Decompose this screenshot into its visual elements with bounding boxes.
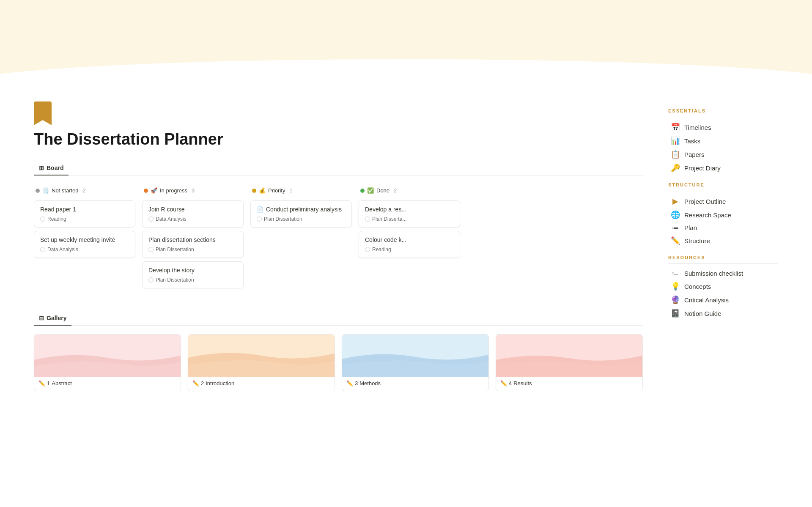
plan-diss-tag-4: Plan Disserta... <box>372 216 406 222</box>
tag-dot-plan-diss-3 <box>257 217 262 222</box>
critical-analysis-icon: 🔮 <box>671 295 680 304</box>
card-join-r-title: Join R course <box>148 206 237 213</box>
priority-label: Priority <box>268 187 285 194</box>
structure-icon: ✏️ <box>671 236 680 245</box>
status-dot-in-progress <box>144 189 148 193</box>
essentials-section-label: ESSENTIALS <box>668 108 778 113</box>
gallery-card-results-body: ✏️ 4 Results <box>496 377 642 391</box>
card-develop-story-tag: Plan Dissertation <box>148 277 237 283</box>
gallery-card-intro-label: ✏️ 2 Introduction <box>192 380 330 386</box>
critical-analysis-label: Critical Analysis <box>684 296 729 304</box>
sidebar-item-timelines[interactable]: 📅 Timelines <box>668 121 778 134</box>
header-wave <box>0 0 812 93</box>
card-colour-code[interactable]: Colour code k... Reading <box>359 231 460 258</box>
abstract-edit-icon: ✏️ <box>38 380 45 386</box>
sidebar-item-critical-analysis[interactable]: 🔮 Critical Analysis <box>668 293 778 307</box>
gallery-card-results-header <box>496 334 642 377</box>
sidebar-item-tasks[interactable]: 📊 Tasks <box>668 134 778 148</box>
sidebar-item-research-space[interactable]: 🌐 Research Space <box>668 208 778 222</box>
status-dot-done <box>360 189 365 193</box>
gallery-card-methods-body: ✏️ 3 Methods <box>342 377 488 391</box>
gallery-card-abstract-body: ✏️ 1 Abstract <box>34 377 181 391</box>
gallery-card-abstract[interactable]: ✏️ 1 Abstract <box>34 334 181 391</box>
card-develop-res-title: Develop a res... <box>365 206 454 213</box>
card-develop-res[interactable]: Develop a res... Plan Disserta... <box>359 200 460 227</box>
bookmark-icon <box>34 101 52 125</box>
column-done: ✅ Done 2 Develop a res... Plan Disserta.… <box>359 184 460 292</box>
card-weekly-meeting[interactable]: Set up weekly meeting invite Data Analys… <box>34 231 135 258</box>
methods-edit-icon: ✏️ <box>346 380 353 386</box>
plan-icon: ≔ <box>671 224 680 232</box>
tab-board[interactable]: ⊞ Board <box>34 161 69 175</box>
board-tab-icon: ⊞ <box>39 164 44 171</box>
priority-count: 1 <box>289 187 292 194</box>
card-conduct-tag: Plan Dissertation <box>257 216 346 222</box>
tag-dot-data-analysis-1 <box>40 247 45 252</box>
structure-section-label: STRUCTURE <box>668 182 778 187</box>
card-join-r[interactable]: Join R course Data Analysis <box>142 200 244 227</box>
tag-dot-plan-diss-4 <box>365 217 370 222</box>
gallery-section: ⊟ Gallery ✏️ <box>34 311 643 391</box>
research-space-label: Research Space <box>684 211 731 219</box>
card-colour-code-tag: Reading <box>365 247 454 252</box>
gallery-card-intro-header <box>188 334 335 377</box>
card-develop-res-tag: Plan Disserta... <box>365 216 454 222</box>
card-plan-diss-tag: Plan Dissertation <box>148 247 237 252</box>
card-weekly-meeting-title: Set up weekly meeting invite <box>40 236 129 243</box>
sidebar-item-notion-guide[interactable]: 📓 Notion Guide <box>668 307 778 320</box>
page-title: The Dissertation Planner <box>34 130 643 148</box>
column-header-not-started: 🗒️ Not started 2 <box>34 184 135 197</box>
tag-dot-data-analysis-2 <box>148 217 154 222</box>
not-started-label: Not started <box>52 187 79 194</box>
research-space-icon: 🌐 <box>671 210 680 219</box>
card-conduct-title: 📄 Conduct preliminary analysis <box>257 206 346 213</box>
tag-dot-plan-diss-2 <box>148 277 154 282</box>
status-dot-priority <box>252 189 256 193</box>
board-container: 🗒️ Not started 2 Read paper 1 Reading Se… <box>34 184 643 296</box>
sidebar-item-concepts[interactable]: 💡 Concepts <box>668 280 778 293</box>
priority-emoji: 💰 <box>259 187 266 194</box>
column-in-progress: 🚀 In progress 3 Join R course Data Analy… <box>142 184 244 292</box>
submission-checklist-icon: ≔ <box>671 269 680 277</box>
sidebar-item-project-outline[interactable]: ▶ Project Outline <box>668 195 778 208</box>
in-progress-label: In progress <box>160 187 187 194</box>
tabs-bar: ⊞ Board <box>34 161 643 175</box>
done-label: Done <box>376 187 390 194</box>
gallery-tabs-bar: ⊟ Gallery <box>34 311 643 326</box>
project-diary-icon: 🔑 <box>671 163 680 173</box>
card-weekly-meeting-tag: Data Analysis <box>40 247 129 252</box>
status-dot-not-started <box>36 189 40 193</box>
sidebar: ESSENTIALS 📅 Timelines 📊 Tasks 📋 Papers … <box>668 93 778 391</box>
sidebar-item-plan[interactable]: ≔ Plan <box>668 222 778 234</box>
card-read-paper-tag: Reading <box>40 216 129 222</box>
card-conduct-analysis[interactable]: 📄 Conduct preliminary analysis Plan Diss… <box>250 200 352 227</box>
tab-gallery[interactable]: ⊟ Gallery <box>34 311 71 326</box>
results-edit-icon: ✏️ <box>500 380 507 386</box>
gallery-tab-icon: ⊟ <box>39 315 44 321</box>
gallery-card-methods-label: ✏️ 3 Methods <box>346 380 484 386</box>
sidebar-item-project-diary[interactable]: 🔑 Project Diary <box>668 161 778 175</box>
sidebar-item-submission-checklist[interactable]: ≔ Submission checklist <box>668 267 778 280</box>
gallery-card-methods[interactable]: ✏️ 3 Methods <box>342 334 489 391</box>
structure-divider <box>668 191 778 191</box>
submission-checklist-label: Submission checklist <box>684 270 743 277</box>
done-count: 2 <box>394 187 397 194</box>
card-colour-code-title: Colour code k... <box>365 236 454 243</box>
sidebar-item-structure[interactable]: ✏️ Structure <box>668 234 778 247</box>
reading-tag-label: Reading <box>47 216 66 222</box>
papers-icon: 📋 <box>671 150 680 159</box>
gallery-card-results[interactable]: ✏️ 4 Results <box>496 334 643 391</box>
card-plan-diss-sections[interactable]: Plan dissertation sections Plan Disserta… <box>142 231 244 258</box>
card-plan-diss-title: Plan dissertation sections <box>148 236 237 243</box>
gallery-card-intro[interactable]: ✏️ 2 Introduction <box>188 334 335 391</box>
sidebar-item-papers[interactable]: 📋 Papers <box>668 148 778 161</box>
gallery-card-methods-header <box>342 334 488 377</box>
plan-label: Plan <box>684 224 697 231</box>
in-progress-count: 3 <box>192 187 195 194</box>
card-develop-story[interactable]: Develop the story Plan Dissertation <box>142 261 244 288</box>
concepts-icon: 💡 <box>671 282 680 291</box>
done-emoji: ✅ <box>367 187 374 194</box>
gallery-card-intro-body: ✏️ 2 Introduction <box>188 377 335 391</box>
gallery-card-results-label: ✏️ 4 Results <box>500 380 638 386</box>
card-read-paper[interactable]: Read paper 1 Reading <box>34 200 135 227</box>
